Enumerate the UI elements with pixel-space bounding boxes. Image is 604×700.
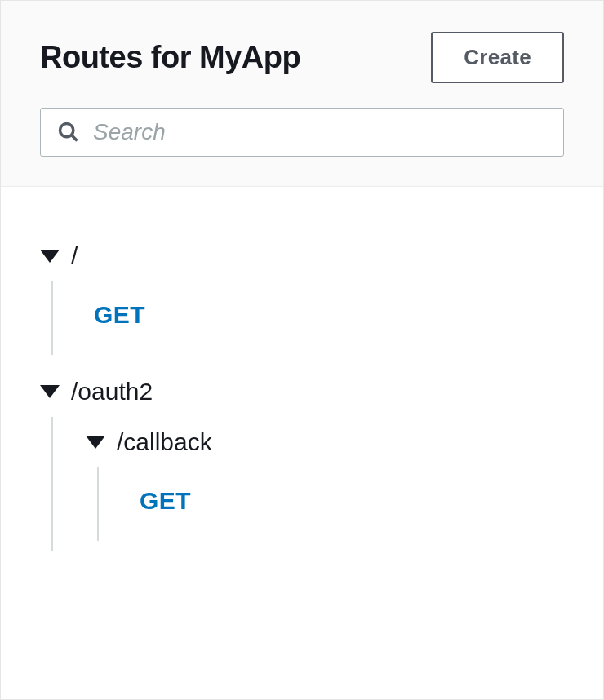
route-node: / GET xyxy=(40,234,564,355)
method-link[interactable]: GET xyxy=(140,487,191,514)
panel-body: / GET /oauth2 xyxy=(1,187,603,598)
svg-line-1 xyxy=(72,135,78,141)
route-children: /callback GET xyxy=(51,417,564,551)
route-path-label: /callback xyxy=(117,428,212,456)
route-row-oauth2[interactable]: /oauth2 xyxy=(40,370,564,414)
search-field[interactable] xyxy=(40,108,564,157)
routes-panel: Routes for MyApp Create / xyxy=(0,0,604,700)
route-method-row[interactable]: GET xyxy=(86,285,564,345)
page-title: Routes for MyApp xyxy=(40,40,300,75)
panel-header: Routes for MyApp Create xyxy=(1,1,603,187)
routes-tree: / GET /oauth2 xyxy=(40,234,564,551)
route-node: /oauth2 /callback GET xyxy=(40,370,564,551)
create-button[interactable]: Create xyxy=(431,32,564,83)
method-link[interactable]: GET xyxy=(94,301,145,328)
route-children: GET xyxy=(51,281,564,355)
route-path-label: /oauth2 xyxy=(71,378,153,405)
route-children: GET xyxy=(97,467,564,541)
route-path-label: / xyxy=(71,242,78,270)
caret-down-icon xyxy=(40,250,60,263)
route-row-root[interactable]: / xyxy=(40,234,564,278)
route-row-callback[interactable]: /callback xyxy=(86,420,564,464)
caret-down-icon xyxy=(86,436,105,449)
header-row: Routes for MyApp Create xyxy=(40,32,564,83)
route-node: /callback GET xyxy=(86,420,564,541)
svg-point-0 xyxy=(60,124,73,137)
search-icon xyxy=(57,121,80,144)
search-input[interactable] xyxy=(93,119,547,145)
caret-down-icon xyxy=(40,385,60,398)
route-method-row[interactable]: GET xyxy=(131,471,564,531)
